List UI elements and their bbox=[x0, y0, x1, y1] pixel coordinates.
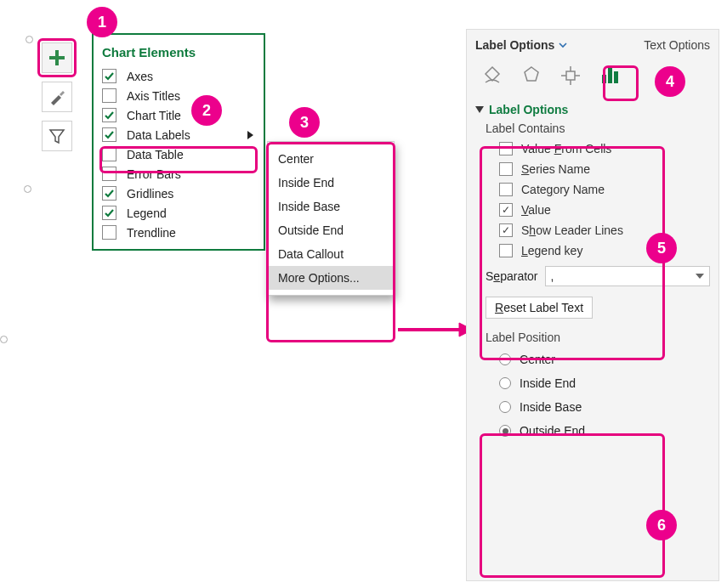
option-label: Legend key bbox=[521, 244, 582, 257]
option-label: Value From Cells bbox=[521, 142, 611, 155]
svg-rect-3 bbox=[566, 71, 575, 80]
label-contains-option[interactable]: Show Leader Lines bbox=[475, 220, 710, 240]
svg-rect-4 bbox=[602, 75, 606, 83]
separator-label: Separator bbox=[486, 269, 538, 283]
label-position-option[interactable]: Center bbox=[475, 348, 710, 371]
submenu-item-outside-end[interactable]: Outside End bbox=[268, 218, 394, 242]
collapse-triangle-icon bbox=[475, 106, 484, 113]
label-position-option[interactable]: Outside End bbox=[475, 419, 710, 443]
label-contains-option[interactable]: Value From Cells bbox=[475, 139, 710, 159]
chart-elements-button[interactable] bbox=[42, 42, 72, 73]
submenu-item-data-callout[interactable]: Data Callout bbox=[268, 242, 394, 266]
submenu-item-inside-base[interactable]: Inside Base bbox=[268, 195, 394, 218]
option-label: Series Name bbox=[521, 162, 590, 176]
label-position-option[interactable]: Inside Base bbox=[475, 395, 710, 419]
checkbox[interactable] bbox=[102, 186, 116, 201]
item-label: Data Labels bbox=[127, 128, 247, 142]
chart-element-axis-titles[interactable]: Axis Titles bbox=[99, 86, 258, 105]
item-label: Trendline bbox=[127, 226, 257, 240]
checkbox[interactable] bbox=[102, 225, 116, 240]
item-label: Gridlines bbox=[127, 187, 257, 201]
format-data-labels-pane: Label Options Text Options Label Options… bbox=[466, 29, 719, 581]
label-position-option[interactable]: Inside End bbox=[475, 371, 710, 395]
checkbox[interactable] bbox=[102, 69, 116, 83]
checkbox[interactable] bbox=[499, 162, 513, 176]
chart-element-legend[interactable]: Legend bbox=[99, 203, 258, 223]
callout-arrow bbox=[398, 321, 474, 338]
label-contains-option[interactable]: Value bbox=[475, 200, 710, 220]
option-label: Center bbox=[520, 353, 555, 366]
checkbox[interactable] bbox=[499, 142, 513, 155]
radio[interactable] bbox=[499, 377, 511, 389]
option-label: Inside Base bbox=[520, 400, 582, 414]
selection-handle bbox=[0, 336, 8, 343]
chart-elements-popup: Chart Elements AxesAxis TitlesChart Titl… bbox=[92, 33, 265, 251]
group-label-position: Label Position bbox=[486, 331, 710, 344]
chart-element-error-bars[interactable]: Error Bars bbox=[99, 164, 258, 184]
section-label-options[interactable]: Label Options bbox=[475, 103, 710, 116]
chart-element-axes[interactable]: Axes bbox=[99, 66, 258, 86]
chart-element-data-labels[interactable]: Data Labels bbox=[99, 125, 258, 144]
submenu-item-inside-end[interactable]: Inside End bbox=[268, 171, 394, 195]
option-label: Category Name bbox=[521, 183, 605, 196]
separator-dropdown[interactable]: , bbox=[545, 266, 711, 286]
data-labels-submenu: CenterInside EndInside BaseOutside EndDa… bbox=[267, 141, 395, 296]
tab-text-options[interactable]: Text Options bbox=[644, 38, 710, 52]
tab-label-options[interactable]: Label Options bbox=[475, 38, 568, 52]
submenu-item-more-options[interactable]: More Options... bbox=[268, 266, 394, 290]
tab-label: Label Options bbox=[475, 38, 554, 52]
item-label: Axis Titles bbox=[127, 89, 257, 103]
label-contains-option[interactable]: Series Name bbox=[475, 159, 710, 179]
item-label: Axes bbox=[127, 70, 257, 83]
submenu-arrow-icon bbox=[247, 131, 253, 139]
svg-marker-2 bbox=[525, 67, 538, 81]
item-label: Data Table bbox=[127, 148, 257, 161]
plus-icon bbox=[48, 48, 66, 67]
reset-label-text-button[interactable]: Reset Label Text bbox=[486, 297, 593, 319]
chart-element-gridlines[interactable]: Gridlines bbox=[99, 184, 258, 203]
checkbox[interactable] bbox=[102, 88, 116, 103]
step-badge-4: 4 bbox=[655, 66, 685, 97]
item-label: Error Bars bbox=[127, 167, 257, 181]
step-badge-2: 2 bbox=[191, 95, 222, 126]
tab-label: Text Options bbox=[644, 38, 710, 52]
checkbox[interactable] bbox=[102, 127, 116, 142]
svg-rect-5 bbox=[608, 68, 612, 83]
chart-element-chart-title[interactable]: Chart Title bbox=[99, 105, 258, 125]
checkbox[interactable] bbox=[102, 206, 116, 220]
radio[interactable] bbox=[499, 401, 511, 413]
chart-filters-button[interactable] bbox=[42, 121, 72, 151]
step-badge-5: 5 bbox=[646, 233, 677, 263]
size-properties-icon[interactable] bbox=[554, 60, 588, 91]
effects-icon[interactable] bbox=[514, 60, 548, 91]
chart-elements-title: Chart Elements bbox=[99, 40, 258, 66]
option-label: Value bbox=[521, 203, 551, 217]
option-label: Outside End bbox=[520, 424, 585, 438]
label-options-icon[interactable] bbox=[593, 60, 627, 91]
submenu-item-center[interactable]: Center bbox=[268, 147, 394, 171]
step-badge-3: 3 bbox=[289, 107, 320, 138]
checkbox[interactable] bbox=[102, 108, 116, 122]
checkbox[interactable] bbox=[102, 167, 116, 181]
checkbox[interactable] bbox=[499, 244, 513, 257]
chart-styles-button[interactable] bbox=[42, 82, 72, 112]
group-label-contains: Label Contains bbox=[486, 122, 710, 135]
chevron-down-icon bbox=[558, 40, 568, 50]
radio[interactable] bbox=[499, 353, 511, 365]
chart-element-trendline[interactable]: Trendline bbox=[99, 223, 258, 242]
chevron-down-icon bbox=[696, 274, 704, 279]
checkbox[interactable] bbox=[499, 203, 513, 217]
radio[interactable] bbox=[499, 425, 511, 437]
svg-rect-6 bbox=[614, 71, 618, 83]
brush-icon bbox=[47, 87, 67, 107]
step-badge-1: 1 bbox=[87, 7, 117, 37]
fill-line-icon[interactable] bbox=[475, 60, 509, 91]
checkbox[interactable] bbox=[499, 223, 513, 237]
step-badge-6: 6 bbox=[646, 510, 677, 540]
funnel-icon bbox=[48, 127, 66, 145]
checkbox[interactable] bbox=[499, 183, 513, 196]
label-contains-option[interactable]: Category Name bbox=[475, 179, 710, 200]
selection-handle bbox=[24, 185, 31, 193]
checkbox[interactable] bbox=[102, 147, 116, 161]
chart-element-data-table[interactable]: Data Table bbox=[99, 144, 258, 164]
